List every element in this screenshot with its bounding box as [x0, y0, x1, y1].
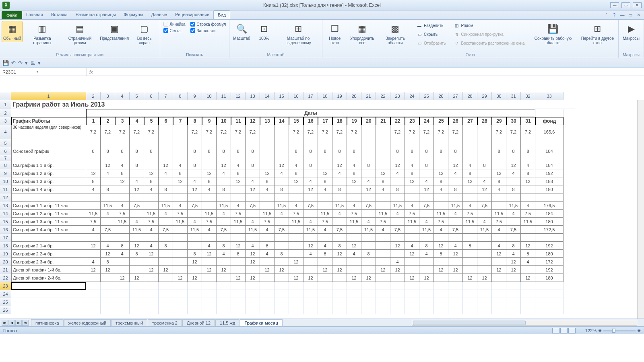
cell[interactable] — [188, 282, 202, 290]
cell[interactable] — [448, 290, 463, 298]
cell[interactable] — [260, 155, 275, 161]
column-header[interactable]: 9 — [188, 92, 202, 100]
cell[interactable]: 12 — [246, 117, 260, 125]
cell[interactable]: 180 — [535, 185, 564, 193]
cell[interactable] — [318, 282, 332, 290]
cell[interactable] — [347, 306, 361, 314]
vertical-scrollbar[interactable] — [637, 100, 644, 319]
qat-icon[interactable]: ▾ — [25, 60, 28, 66]
cell[interactable] — [246, 306, 260, 314]
cell[interactable]: 8 — [260, 177, 275, 185]
column-header[interactable]: 21 — [361, 92, 376, 100]
cell[interactable] — [289, 266, 303, 274]
cell[interactable]: 8 — [521, 250, 535, 258]
column-header[interactable]: 16 — [289, 92, 303, 100]
cell[interactable] — [260, 234, 275, 242]
cell[interactable] — [448, 306, 463, 314]
cell[interactable]: 12 — [434, 169, 448, 177]
cell[interactable] — [318, 258, 332, 266]
cell[interactable] — [275, 193, 289, 202]
cell[interactable] — [173, 147, 188, 155]
cell[interactable] — [318, 234, 332, 242]
row-header[interactable]: 26 — [0, 306, 11, 314]
cell[interactable] — [419, 193, 434, 202]
zoom-in-icon[interactable]: ⊕ — [637, 328, 641, 333]
cell[interactable] — [217, 274, 231, 282]
cell[interactable]: 12 — [217, 161, 231, 169]
row-header[interactable]: 18 — [0, 242, 11, 250]
cell[interactable] — [202, 193, 217, 202]
cell[interactable] — [231, 234, 246, 242]
cell[interactable] — [376, 274, 390, 282]
cell[interactable]: 8 — [144, 147, 159, 155]
cell[interactable]: 4 — [463, 202, 477, 210]
cell[interactable] — [419, 139, 434, 147]
cell[interactable] — [130, 306, 144, 314]
cell[interactable] — [144, 202, 159, 210]
cell[interactable] — [521, 266, 535, 274]
cell[interactable] — [115, 185, 130, 193]
cell[interactable]: См.график 2 2-я бр. — [11, 250, 86, 258]
cell[interactable]: 7,5 — [217, 226, 231, 234]
cell[interactable]: 12 — [144, 266, 159, 274]
cell[interactable]: фонд — [535, 117, 564, 125]
cell[interactable] — [376, 125, 390, 139]
row-header[interactable]: 22 — [0, 274, 11, 282]
cell[interactable]: 7 — [173, 117, 188, 125]
cell[interactable]: 12 — [448, 161, 463, 169]
cell[interactable]: 8 — [217, 185, 231, 193]
cell[interactable]: 4 — [86, 226, 101, 234]
cell[interactable] — [115, 155, 130, 161]
cell[interactable]: 4 — [159, 210, 173, 218]
cell[interactable]: 7,5 — [202, 218, 217, 226]
cell[interactable]: 4 — [275, 210, 289, 218]
cell[interactable] — [101, 282, 115, 290]
cell[interactable] — [101, 306, 115, 314]
cell[interactable]: 12 — [506, 258, 521, 266]
cell[interactable]: 12 — [246, 274, 260, 282]
cell[interactable]: 11,5 — [477, 226, 492, 234]
cell[interactable]: 8 — [303, 147, 318, 155]
cell[interactable]: 8 — [231, 250, 246, 258]
cell[interactable]: 8 — [347, 169, 361, 177]
cell[interactable] — [434, 274, 448, 282]
print-icon[interactable]: 🖶 — [30, 60, 35, 66]
cell[interactable]: 7,5 — [275, 226, 289, 234]
cell[interactable]: 12 — [434, 266, 448, 274]
arrange-all-button[interactable]: ▦Упорядочить все — [347, 21, 377, 47]
row-header[interactable]: 20 — [0, 258, 11, 266]
cell[interactable]: 4 — [144, 226, 159, 234]
row-header[interactable]: 10 — [0, 177, 11, 185]
cell[interactable]: 7,5 — [347, 210, 361, 218]
cell[interactable]: 12 — [173, 274, 188, 282]
cell[interactable] — [521, 185, 535, 193]
cell[interactable]: 192 — [535, 169, 564, 177]
cell[interactable]: 4 — [506, 210, 521, 218]
cell[interactable]: 4 — [419, 177, 434, 185]
cell[interactable] — [260, 125, 275, 139]
cell[interactable] — [361, 169, 376, 177]
cell[interactable] — [303, 234, 318, 242]
cell[interactable]: 7,5 — [448, 226, 463, 234]
cell[interactable] — [477, 258, 492, 266]
column-header[interactable]: 4 — [115, 92, 130, 100]
cell[interactable] — [361, 234, 376, 242]
cell[interactable]: 11,5 — [202, 210, 217, 218]
cell[interactable]: 8 — [289, 147, 303, 155]
cell[interactable] — [477, 298, 492, 306]
cell[interactable]: 12 — [492, 169, 506, 177]
cell[interactable]: 4 — [115, 250, 130, 258]
cell[interactable] — [361, 193, 376, 202]
cell[interactable] — [376, 234, 390, 242]
cell[interactable]: 7,2 — [347, 125, 361, 139]
cell[interactable]: 4 — [144, 242, 159, 250]
cell[interactable] — [159, 298, 173, 306]
zoom-slider[interactable] — [603, 330, 636, 331]
cell[interactable] — [275, 282, 289, 290]
cell[interactable]: См.график 1 4-я бр. — [11, 185, 86, 193]
cell[interactable]: 12 — [477, 185, 492, 193]
cell[interactable] — [289, 193, 303, 202]
cell[interactable] — [332, 298, 347, 306]
cell[interactable] — [130, 258, 144, 266]
cell[interactable]: 12 — [361, 274, 376, 282]
